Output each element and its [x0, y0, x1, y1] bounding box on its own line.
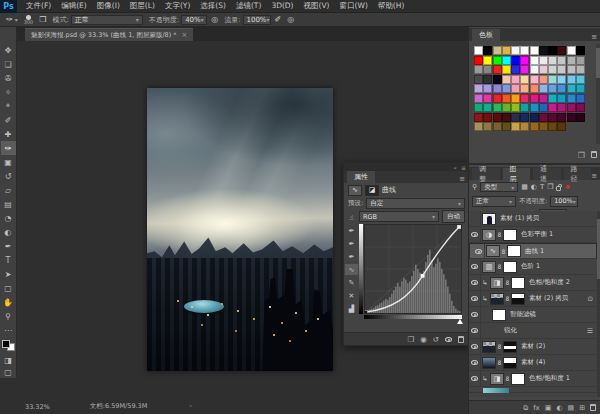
swatch[interactable] — [511, 103, 520, 112]
layer-row[interactable]: ▥8色阶 1 — [469, 259, 597, 275]
layer-row[interactable]: ↳◨8色相/饱和度 1 — [469, 371, 597, 387]
swatches-menu-icon[interactable]: ≡ — [591, 33, 597, 41]
swatch[interactable] — [567, 56, 576, 65]
gray-point-eyedropper[interactable]: ✒ — [345, 238, 358, 249]
swatch[interactable] — [557, 46, 566, 55]
swatch[interactable] — [567, 103, 576, 112]
layer-row[interactable]: ∿8曲线 1 — [469, 243, 597, 259]
menu-item[interactable]: 文字(Y) — [160, 1, 195, 11]
menu-item[interactable]: 图像(I) — [92, 1, 125, 11]
layer-name[interactable]: 色彩平衡 1 — [521, 230, 553, 239]
visibility-toggle[interactable] — [469, 275, 481, 290]
swatch[interactable] — [539, 75, 548, 84]
filter-type-icon[interactable]: ❒ — [547, 183, 553, 191]
swatch[interactable] — [483, 122, 492, 131]
layer-row[interactable]: 8素材 (2) — [469, 339, 597, 355]
foreground-background-colors[interactable] — [2, 340, 15, 351]
menu-item[interactable]: 滤镜(T) — [231, 1, 266, 11]
pressure-size-icon[interactable]: ◎ — [287, 15, 294, 24]
delete-layer-icon[interactable] — [590, 404, 596, 411]
airbrush-icon[interactable]: ✐ — [275, 15, 282, 24]
delete-swatch-icon[interactable] — [591, 151, 597, 158]
swatch[interactable] — [576, 75, 585, 84]
swatch[interactable] — [511, 113, 520, 122]
delete-adjustment-icon[interactable] — [458, 336, 464, 343]
swatch[interactable] — [493, 65, 502, 74]
filter-type-icon[interactable]: ◐ — [531, 183, 537, 191]
curve-control-point[interactable] — [457, 225, 460, 229]
foreground-color-chip[interactable] — [2, 340, 10, 348]
swatch[interactable] — [557, 84, 566, 93]
history-brush-tool[interactable]: ↺ — [1, 169, 16, 183]
swatch[interactable] — [474, 84, 483, 93]
collapse-panel-icon[interactable]: « — [453, 164, 457, 171]
new-layer-icon[interactable]: ⊞ — [579, 404, 585, 412]
swatch[interactable] — [483, 65, 492, 74]
layer-row[interactable]: 锐化☰ — [469, 323, 597, 339]
swatch[interactable] — [493, 56, 502, 65]
swatch[interactable] — [474, 65, 483, 74]
swatch[interactable] — [539, 56, 548, 65]
swatch[interactable] — [548, 103, 557, 112]
menu-item[interactable]: 选择(S) — [195, 1, 231, 11]
curves-editor[interactable] — [359, 224, 463, 322]
curve-control-point[interactable] — [365, 310, 368, 313]
close-tab-icon[interactable]: × — [182, 31, 188, 39]
white-point-eyedropper[interactable]: ✒ — [345, 251, 358, 262]
swatch[interactable] — [493, 84, 502, 93]
layer-row[interactable]: ↳◨8色相/饱和度 2 — [469, 275, 597, 291]
swatch[interactable] — [557, 94, 566, 103]
menu-item[interactable]: 文件(F) — [21, 1, 56, 11]
layer-name[interactable]: 曲线 1 — [525, 247, 544, 256]
visibility-toggle[interactable] — [469, 371, 481, 386]
curve-control-point[interactable] — [421, 274, 424, 278]
swatch[interactable] — [576, 113, 585, 122]
opacity-select[interactable]: 40%▾ — [181, 15, 207, 25]
filter-type-icon[interactable]: ▦ — [521, 183, 528, 191]
swatch[interactable] — [474, 122, 483, 131]
swatch[interactable] — [493, 94, 502, 103]
curves-graph[interactable] — [365, 225, 461, 313]
filter-pin-icon[interactable] — [566, 185, 570, 189]
swatch[interactable] — [567, 46, 576, 55]
black-point-eyedropper[interactable]: ✒ — [345, 225, 358, 236]
swatch[interactable] — [530, 113, 539, 122]
swatch[interactable] — [511, 65, 520, 74]
layer-blend-select[interactable]: 正常▾ — [472, 196, 516, 207]
tab-调整[interactable]: 调整 — [472, 168, 500, 180]
layer-name[interactable]: 智能滤镜 — [510, 310, 536, 319]
document-canvas[interactable] — [147, 88, 333, 371]
clone-stamp-tool[interactable]: ▣ — [1, 155, 16, 169]
layer-name[interactable]: 色相/饱和度 1 — [529, 374, 570, 383]
layer-row[interactable]: 素材 (1) 拷贝 — [469, 211, 597, 227]
dodge-tool[interactable]: ◐ — [1, 225, 16, 239]
brush-tool[interactable]: ✑ — [1, 141, 16, 155]
layer-name[interactable]: 色阶 1 — [521, 262, 540, 271]
layer-row[interactable] — [469, 387, 597, 393]
swatch[interactable] — [539, 46, 548, 55]
swatch[interactable] — [511, 122, 520, 131]
tab-properties[interactable]: 属性 — [347, 171, 375, 183]
layer-opacity-select[interactable]: 100%▾ — [550, 196, 578, 207]
path-selection-tool[interactable]: ➤ — [1, 267, 16, 281]
healing-brush-tool[interactable]: ✚ — [1, 127, 16, 141]
swatch[interactable] — [511, 56, 520, 65]
lock-filter-icon[interactable] — [556, 186, 561, 191]
layer-mask-thumbnail[interactable] — [507, 245, 521, 257]
zoom-level-field[interactable]: 33.32% — [25, 403, 50, 411]
status-arrow-icon[interactable]: ＞ — [187, 402, 194, 411]
visibility-toggle[interactable] — [469, 211, 481, 226]
swatch[interactable] — [576, 94, 585, 103]
swatch[interactable] — [520, 65, 529, 74]
swatch[interactable] — [493, 75, 502, 84]
swatch[interactable] — [557, 75, 566, 84]
layer-row[interactable]: ↳8素材 (2) 拷贝⊙ — [469, 291, 597, 307]
swatch[interactable] — [530, 75, 539, 84]
swatch[interactable] — [502, 46, 511, 55]
flow-select[interactable]: 100%▾ — [243, 15, 271, 25]
tab-图层[interactable]: 图层 — [503, 168, 531, 180]
layer-style-icon[interactable]: fx — [533, 404, 540, 412]
swatch[interactable] — [548, 122, 557, 131]
lasso-tool[interactable]: ✇ — [1, 71, 16, 85]
layer-thumbnail[interactable]: ◨ — [490, 373, 504, 385]
